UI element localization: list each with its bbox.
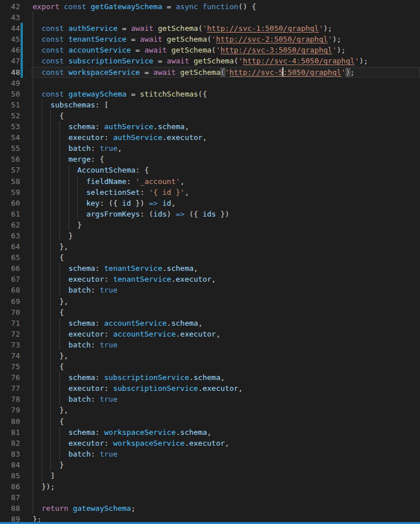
- code-line-text[interactable]: const accountService = await getSchema('…: [33, 45, 346, 55]
- code-line[interactable]: 56merge: {: [0, 154, 420, 165]
- code-line[interactable]: 60key: ({ id }) => id,: [0, 198, 420, 209]
- line-number[interactable]: 52: [0, 110, 20, 121]
- git-modified-indicator[interactable]: [21, 34, 23, 45]
- code-line-text[interactable]: export const getGatewaySchema = async fu…: [33, 1, 256, 12]
- code-line[interactable]: 66schema: tenantService.schema,: [0, 263, 420, 274]
- line-number[interactable]: 81: [0, 427, 20, 438]
- code-line[interactable]: 68batch: true: [0, 285, 420, 295]
- line-number[interactable]: 62: [0, 219, 20, 230]
- line-number[interactable]: 72: [0, 329, 20, 339]
- code-line[interactable]: 48const workspaceService = await getSche…: [0, 67, 420, 78]
- line-number[interactable]: 44: [0, 23, 20, 34]
- line-number[interactable]: 47: [0, 55, 20, 66]
- code-line[interactable]: 74},: [0, 350, 420, 361]
- code-line[interactable]: 71schema: accountService.schema,: [0, 318, 420, 329]
- code-line[interactable]: 77executor: subscriptionService.executor…: [0, 383, 420, 394]
- code-line[interactable]: 62}: [0, 219, 420, 230]
- line-number[interactable]: 45: [0, 34, 20, 45]
- code-line-text[interactable]: }: [33, 459, 64, 470]
- line-number[interactable]: 75: [0, 361, 20, 372]
- code-line[interactable]: 53schema: authService.schema,: [0, 121, 420, 132]
- code-line[interactable]: 59selectionSet: '{ id }',: [0, 187, 420, 198]
- code-line[interactable]: 55batch: true,: [0, 143, 420, 154]
- git-modified-indicator[interactable]: [21, 45, 23, 55]
- code-line-text[interactable]: selectionSet: '{ id }',: [33, 187, 189, 198]
- line-number[interactable]: 68: [0, 285, 20, 295]
- line-number[interactable]: 71: [0, 318, 20, 329]
- code-line-text[interactable]: {: [33, 252, 64, 263]
- code-line-text[interactable]: merge: {: [33, 154, 104, 165]
- code-line[interactable]: 78batch: true: [0, 394, 420, 405]
- code-line[interactable]: 83batch: true: [0, 449, 420, 459]
- code-line[interactable]: 49: [0, 78, 420, 89]
- line-number[interactable]: 58: [0, 176, 20, 187]
- code-line[interactable]: 51subschemas: [: [0, 99, 420, 110]
- code-line[interactable]: 65{: [0, 252, 420, 263]
- line-number[interactable]: 86: [0, 481, 20, 492]
- code-line[interactable]: 73batch: true: [0, 339, 420, 350]
- code-line-text[interactable]: ]: [33, 470, 55, 481]
- line-number[interactable]: 84: [0, 459, 20, 470]
- code-line-text[interactable]: executor: subscriptionService.executor,: [33, 383, 243, 394]
- code-line-text[interactable]: const tenantService = await getSchema('h…: [33, 34, 341, 45]
- line-number[interactable]: 46: [0, 45, 20, 55]
- code-line-text[interactable]: executor: authService.executor,: [33, 132, 207, 143]
- code-line-text[interactable]: schema: accountService.schema,: [33, 318, 202, 329]
- line-number[interactable]: 85: [0, 470, 20, 481]
- line-number[interactable]: 76: [0, 372, 20, 383]
- code-line[interactable]: 47const subscriptionService = await getS…: [0, 55, 420, 66]
- code-line[interactable]: 75{: [0, 361, 420, 372]
- code-line-text[interactable]: schema: tenantService.schema,: [33, 263, 198, 274]
- code-line-text[interactable]: const subscriptionService = await getSch…: [33, 55, 368, 66]
- code-line[interactable]: 82executor: workspaceService.executor,: [0, 438, 420, 449]
- bottom-sash[interactable]: [0, 522, 420, 524]
- code-line[interactable]: 84}: [0, 459, 420, 470]
- code-line-text[interactable]: });: [33, 481, 55, 492]
- line-number[interactable]: 69: [0, 296, 20, 307]
- code-line-text[interactable]: {: [33, 361, 64, 372]
- code-line[interactable]: 58fieldName: '_account',: [0, 176, 420, 187]
- line-number[interactable]: 74: [0, 350, 20, 361]
- line-number[interactable]: 56: [0, 154, 20, 165]
- code-line-text[interactable]: const authService = await getSchema('htt…: [33, 23, 332, 34]
- code-line[interactable]: 61argsFromKeys: (ids) => ({ ids }): [0, 209, 420, 219]
- line-number[interactable]: 63: [0, 230, 20, 241]
- code-editor[interactable]: 42export const getGatewaySchema = async …: [0, 0, 420, 524]
- code-line-text[interactable]: schema: authService.schema,: [33, 121, 189, 132]
- code-line[interactable]: 80{: [0, 416, 420, 427]
- code-line-text[interactable]: {: [33, 110, 64, 121]
- code-line[interactable]: 46const accountService = await getSchema…: [0, 45, 420, 55]
- code-line[interactable]: 52{: [0, 110, 420, 121]
- code-line[interactable]: 64},: [0, 241, 420, 252]
- code-line[interactable]: 76schema: subscriptionService.schema,: [0, 372, 420, 383]
- line-number[interactable]: 49: [0, 78, 20, 89]
- code-line-text[interactable]: },: [33, 350, 69, 361]
- code-line-text[interactable]: return gatewaySchema;: [33, 503, 135, 514]
- git-modified-indicator[interactable]: [21, 55, 23, 66]
- line-number[interactable]: 55: [0, 143, 20, 154]
- code-line-text[interactable]: batch: true: [33, 449, 118, 459]
- git-modified-indicator[interactable]: [21, 23, 23, 34]
- code-line[interactable]: 63}: [0, 230, 420, 241]
- code-line-text[interactable]: },: [33, 405, 69, 415]
- line-number[interactable]: 64: [0, 241, 20, 252]
- code-line-text[interactable]: schema: subscriptionService.schema,: [33, 372, 225, 383]
- code-line[interactable]: 50const gatewaySchema = stitchSchemas({: [0, 89, 420, 99]
- line-number[interactable]: 79: [0, 405, 20, 415]
- code-line-text[interactable]: executor: tenantService.executor,: [33, 274, 216, 285]
- code-line[interactable]: 85]: [0, 470, 420, 481]
- code-line[interactable]: 54executor: authService.executor,: [0, 132, 420, 143]
- code-line-text[interactable]: batch: true: [33, 339, 118, 350]
- line-number[interactable]: 59: [0, 187, 20, 198]
- line-number[interactable]: 83: [0, 449, 20, 459]
- line-number[interactable]: 77: [0, 383, 20, 394]
- code-line-text[interactable]: },: [33, 296, 69, 307]
- line-number[interactable]: 42: [0, 1, 20, 12]
- code-line-text[interactable]: {: [33, 307, 64, 318]
- code-line[interactable]: 70{: [0, 307, 420, 318]
- code-line[interactable]: 79},: [0, 405, 420, 415]
- code-line-text[interactable]: batch: true: [33, 285, 118, 295]
- line-number[interactable]: 80: [0, 416, 20, 427]
- code-line[interactable]: 88return gatewaySchema;: [0, 503, 420, 514]
- line-number[interactable]: 66: [0, 263, 20, 274]
